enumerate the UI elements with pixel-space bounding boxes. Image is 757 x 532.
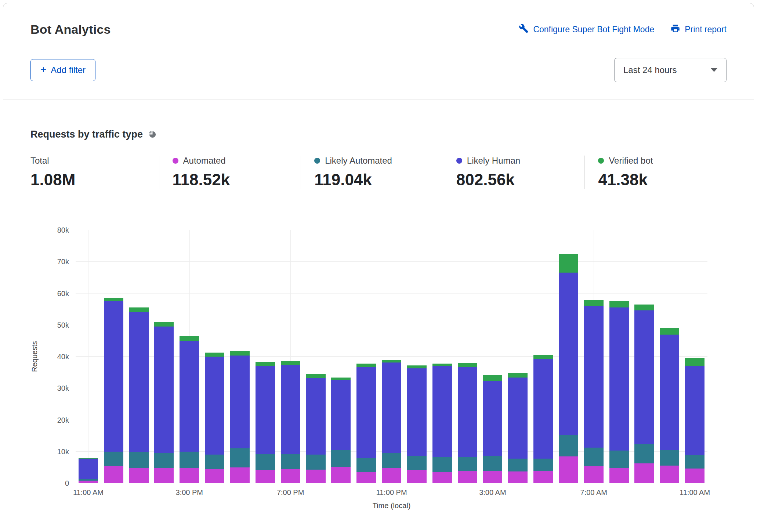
stacked-bar: [281, 230, 300, 483]
bar-10-00-am[interactable]: [657, 230, 682, 483]
legend-dot-verified-bot: [598, 158, 604, 164]
bar-7-00-am[interactable]: [581, 230, 606, 483]
bar-1-00-pm[interactable]: [126, 230, 152, 483]
likely-human-segment: [382, 362, 401, 453]
verified-bot-segment: [306, 374, 326, 378]
y-tick-label: 50k: [57, 321, 69, 329]
y-tick-label: 80k: [57, 226, 69, 234]
bar-4-00-am[interactable]: [505, 230, 530, 483]
stacked-bar: [533, 230, 553, 483]
bar-6-00-pm[interactable]: [253, 230, 278, 483]
likely-human-segment: [205, 357, 224, 455]
plus-icon: +: [40, 65, 46, 75]
automated-segment: [306, 470, 326, 483]
likely-human-segment: [281, 365, 300, 454]
likely-automated-segment: [458, 457, 477, 471]
bar-6-00-am[interactable]: [556, 230, 581, 483]
bar-11-00-am[interactable]: [76, 230, 101, 483]
stat-likely-human: Likely Human 802.56k: [443, 156, 585, 189]
stacked-bar: [508, 230, 528, 483]
stacked-bar: [230, 230, 250, 483]
x-tick-label: 3:00 PM: [176, 488, 203, 497]
automated-segment: [533, 471, 553, 483]
verified-bot-segment: [432, 364, 452, 366]
verified-bot-segment: [382, 360, 401, 362]
time-range-select[interactable]: Last 24 hours: [614, 58, 727, 82]
automated-segment: [331, 467, 351, 483]
header-section: Bot Analytics Configure Super Bot Fight …: [3, 3, 754, 99]
stat-value: 802.56k: [456, 171, 585, 189]
stat-label: Total: [30, 156, 49, 166]
bar-7-00-pm[interactable]: [278, 230, 303, 483]
verified-bot-segment: [609, 301, 629, 307]
bar-4-00-pm[interactable]: [202, 230, 227, 483]
verified-bot-segment: [483, 375, 502, 381]
verified-bot-segment: [154, 322, 174, 327]
likely-human-segment: [432, 366, 452, 457]
likely-human-segment: [180, 341, 199, 452]
bar-5-00-pm[interactable]: [227, 230, 253, 483]
likely-human-segment: [104, 301, 123, 452]
bar-12-00-am[interactable]: [404, 230, 430, 483]
x-axis-ticks: 11:00 AM3:00 PM7:00 PM11:00 PM3:00 AM7:0…: [76, 483, 707, 496]
stat-label: Likely Human: [467, 156, 520, 166]
bar-11-00-am[interactable]: [682, 230, 707, 483]
likely-automated-segment: [407, 456, 427, 470]
verified-bot-segment: [230, 351, 250, 356]
legend-dot-likely-automated: [314, 158, 320, 164]
print-report-link[interactable]: Print report: [670, 23, 727, 36]
bar-5-00-am[interactable]: [530, 230, 556, 483]
likely-human-segment: [331, 380, 351, 450]
bar-8-00-am[interactable]: [606, 230, 632, 483]
configure-super-bot-fight-mode-link[interactable]: Configure Super Bot Fight Mode: [519, 23, 654, 36]
automated-segment: [483, 471, 502, 483]
likely-automated-segment: [281, 454, 300, 469]
bot-analytics-card: Bot Analytics Configure Super Bot Fight …: [3, 3, 754, 529]
bar-2-00-am[interactable]: [455, 230, 480, 483]
likely-automated-segment: [104, 452, 123, 466]
likely-automated-segment: [230, 448, 250, 467]
x-tick-label: 11:00 AM: [73, 488, 104, 497]
bar-10-00-pm[interactable]: [354, 230, 379, 483]
printer-icon: [670, 23, 680, 36]
stat-total: Total 1.08M: [30, 156, 159, 189]
bar-9-00-am[interactable]: [632, 230, 657, 483]
stacked-bar: [483, 230, 502, 483]
bar-9-00-pm[interactable]: [328, 230, 354, 483]
pie-chart-icon: [148, 130, 157, 139]
likely-automated-segment: [609, 451, 629, 468]
stacked-bar: [559, 230, 578, 483]
bar-2-00-pm[interactable]: [152, 230, 177, 483]
add-filter-button[interactable]: + Add filter: [30, 59, 95, 81]
likely-human-segment: [483, 381, 502, 456]
likely-human-segment: [660, 335, 679, 450]
bar-12-00-pm[interactable]: [101, 230, 126, 483]
stacked-bar: [660, 230, 679, 483]
likely-human-segment: [256, 366, 275, 454]
likely-automated-segment: [559, 435, 578, 456]
likely-human-segment: [508, 378, 528, 459]
likely-automated-segment: [180, 452, 199, 468]
automated-segment: [180, 468, 199, 483]
stacked-bar: [356, 230, 376, 483]
legend-dot-likely-human: [456, 158, 462, 164]
automated-segment: [104, 466, 123, 483]
bar-11-00-pm[interactable]: [379, 230, 404, 483]
bar-3-00-pm[interactable]: [177, 230, 202, 483]
bar-3-00-am[interactable]: [480, 230, 506, 483]
x-tick-label: 11:00 PM: [376, 488, 407, 497]
stacked-bar: [407, 230, 427, 483]
stacked-bar: [306, 230, 326, 483]
bar-8-00-pm[interactable]: [303, 230, 329, 483]
bar-1-00-am[interactable]: [430, 230, 455, 483]
requests-chart: Requests 010k20k30k40k50k60k70k80k 11:00…: [30, 230, 727, 510]
verified-bot-segment: [458, 363, 477, 367]
stat-likely-automated: Likely Automated 119.04k: [301, 156, 443, 189]
automated-segment: [609, 468, 629, 483]
likely-human-segment: [609, 307, 629, 451]
automated-segment: [79, 481, 98, 483]
likely-automated-segment: [205, 455, 224, 469]
automated-segment: [154, 468, 174, 483]
configure-link-label: Configure Super Bot Fight Mode: [533, 25, 654, 34]
stat-label: Automated: [183, 156, 226, 166]
